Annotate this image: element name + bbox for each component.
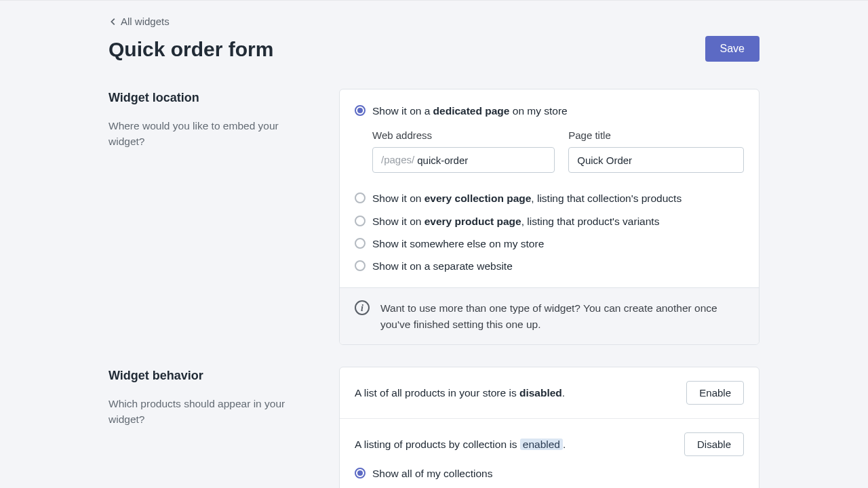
disable-button[interactable]: Disable xyxy=(684,432,744,456)
radio-elsewhere[interactable]: Show it somewhere else on my store xyxy=(355,236,744,251)
web-address-input-wrap[interactable]: /pages/ xyxy=(372,147,555,173)
location-heading: Widget location xyxy=(108,89,312,107)
radio-label: Show all of my collections xyxy=(372,466,492,481)
radio-indicator xyxy=(355,238,366,249)
back-link[interactable]: All widgets xyxy=(108,14,170,30)
radio-label: Show it on a dedicated page on my store xyxy=(372,103,568,119)
radio-indicator xyxy=(355,105,366,116)
radio-label: Show it somewhere else on my store xyxy=(372,236,544,251)
location-panel: Show it on a dedicated page on my store … xyxy=(339,89,760,345)
radio-label: Show it on every product page, listing t… xyxy=(372,214,659,229)
behavior-panel: A list of all products in your store is … xyxy=(339,367,760,488)
behavior-heading: Widget behavior xyxy=(108,367,312,385)
radio-collection-page[interactable]: Show it on every collection page, listin… xyxy=(355,190,744,206)
radio-dedicated-page[interactable]: Show it on a dedicated page on my store xyxy=(355,103,744,119)
page-title: Quick order form xyxy=(108,34,273,64)
page-title-input[interactable] xyxy=(577,155,735,166)
enable-button[interactable]: Enable xyxy=(686,381,744,405)
radio-indicator xyxy=(355,192,366,203)
radio-show-all-collections[interactable]: Show all of my collections xyxy=(355,466,744,481)
info-icon: i xyxy=(355,300,370,315)
behavior-description: Which products should appear in your wid… xyxy=(108,396,312,428)
radio-label: Show it on a separate website xyxy=(372,258,513,274)
radio-separate-website[interactable]: Show it on a separate website xyxy=(355,258,744,274)
info-text: Want to use more than one type of widget… xyxy=(380,300,744,332)
by-collection-status: A listing of products by collection is e… xyxy=(355,436,566,452)
radio-indicator xyxy=(355,468,366,479)
radio-label: Show it on every collection page, listin… xyxy=(372,190,682,206)
chevron-left-icon xyxy=(108,17,118,26)
radio-product-page[interactable]: Show it on every product page, listing t… xyxy=(355,214,744,229)
back-link-label: All widgets xyxy=(121,14,170,30)
radio-indicator xyxy=(355,260,366,271)
web-address-label: Web address xyxy=(372,128,555,144)
info-banner: i Want to use more than one type of widg… xyxy=(340,287,759,344)
page-title-input-wrap[interactable] xyxy=(568,147,744,173)
page-title-label: Page title xyxy=(568,128,744,144)
web-address-input[interactable] xyxy=(417,155,546,166)
radio-indicator xyxy=(355,216,366,226)
all-products-status: A list of all products in your store is … xyxy=(355,385,565,401)
web-address-prefix: /pages/ xyxy=(381,152,414,168)
location-description: Where would you like to embed your widge… xyxy=(108,118,312,150)
save-button[interactable]: Save xyxy=(705,36,760,62)
